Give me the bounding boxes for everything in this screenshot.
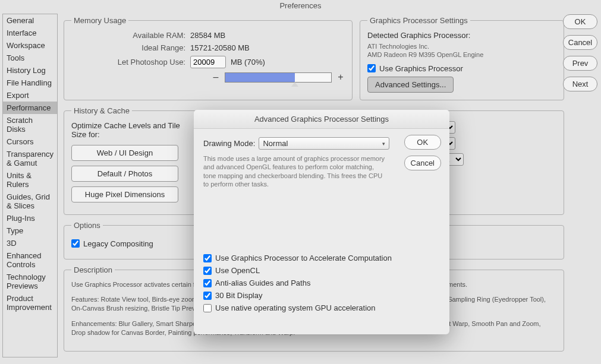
- opencl-checkbox[interactable]: [203, 267, 212, 275]
- advanced-gpu-dialog: Advanced Graphics Processor Settings OK …: [194, 110, 449, 334]
- accelerate-checkbox[interactable]: [203, 254, 212, 262]
- antialias-label: Anti-alias Guides and Paths: [215, 278, 310, 287]
- native-gpu-checkbox[interactable]: [203, 304, 212, 312]
- chevron-updown-icon: ▾: [382, 141, 385, 147]
- drawing-mode-value: Normal: [263, 139, 288, 148]
- native-gpu-label: Use native operating system GPU accelera…: [215, 303, 376, 312]
- dialog-ok-button[interactable]: OK: [404, 135, 441, 150]
- dialog-cancel-button[interactable]: Cancel: [404, 156, 441, 170]
- 30bit-checkbox[interactable]: [203, 292, 212, 300]
- drawing-mode-description: This mode uses a large amount of graphic…: [203, 154, 388, 188]
- drawing-mode-select[interactable]: Normal ▾: [259, 137, 389, 150]
- opencl-label: Use OpenCL: [215, 266, 260, 275]
- dialog-title: Advanced Graphics Processor Settings: [194, 110, 449, 129]
- drawing-mode-label: Drawing Mode:: [203, 139, 255, 148]
- 30bit-label: 30 Bit Display: [215, 291, 262, 300]
- antialias-checkbox[interactable]: [203, 279, 212, 287]
- accelerate-label: Use Graphics Processor to Accelerate Com…: [215, 254, 392, 262]
